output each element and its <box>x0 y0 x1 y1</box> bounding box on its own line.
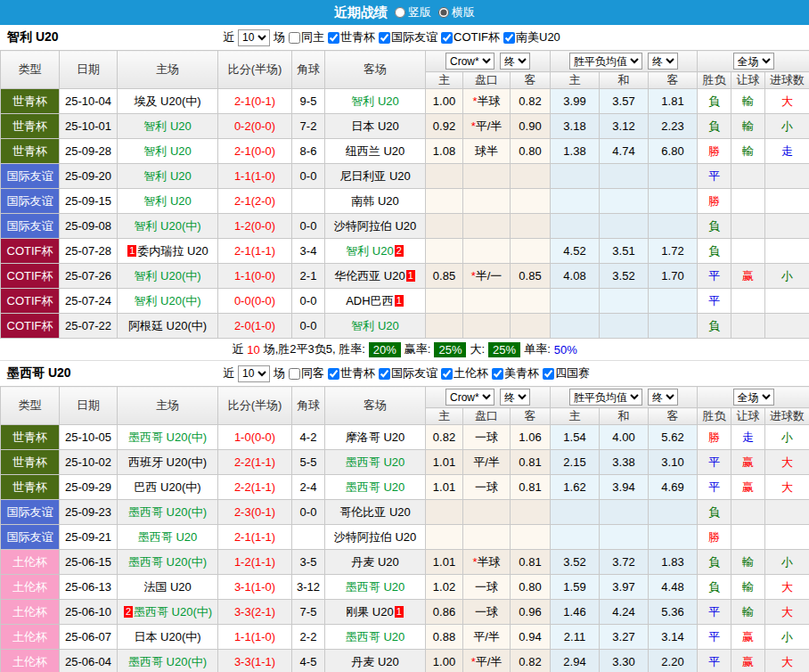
home-team-cell[interactable]: 1委内瑞拉 U20 <box>118 239 218 264</box>
away-team-cell[interactable]: 尼日利亚 U20 <box>325 164 426 189</box>
handicap-result-cell <box>731 314 765 339</box>
layout-radio-horizontal[interactable]: 横版 <box>438 4 475 20</box>
away-team-cell[interactable]: 日本 U20 <box>325 114 426 139</box>
home-team-cell[interactable]: 智利 U20 <box>118 114 218 139</box>
mean-away-cell: 3.10 <box>649 450 698 475</box>
mean-select[interactable]: 胜平负均值 <box>569 389 642 406</box>
competition-filter[interactable]: 美青杯 <box>492 365 539 381</box>
away-team-cell[interactable]: 沙特阿拉伯 U20 <box>325 525 426 550</box>
match-count-select[interactable]: 10 <box>238 365 270 382</box>
competition-checkbox[interactable] <box>441 368 453 380</box>
home-team-cell[interactable]: 墨西哥 U20(中) <box>118 550 218 575</box>
goals-result-cell <box>765 239 809 264</box>
home-team-cell[interactable]: 西班牙 U20(中) <box>118 450 218 475</box>
home-team-cell[interactable]: 智利 U20 <box>118 164 218 189</box>
away-team-name: 摩洛哥 U20 <box>346 430 404 444</box>
competition-filter[interactable]: 国际友谊 <box>379 29 437 45</box>
away-team-cell[interactable]: 华伦西亚 U201 <box>325 264 426 289</box>
away-team-cell[interactable]: 纽西兰 U20 <box>325 139 426 164</box>
score-cell: 2-1(2-0) <box>218 189 292 214</box>
horizontal-radio[interactable] <box>438 7 449 18</box>
mean-group-header: 胜平负均值 终 <box>551 387 698 408</box>
away-team-cell[interactable]: 智利 U202 <box>325 239 426 264</box>
home-team-name: 巴西 U20(中) <box>134 480 200 494</box>
home-team-cell[interactable]: 日本 U20(中) <box>118 625 218 650</box>
away-team-cell[interactable]: 南韩 U20 <box>325 189 426 214</box>
away-team-cell[interactable]: 墨西哥 U20 <box>325 625 426 650</box>
home-team-cell[interactable]: 智利 U20 <box>118 139 218 164</box>
odds-home-cell <box>426 239 463 264</box>
competition-filter[interactable]: 国际友谊 <box>379 365 437 381</box>
away-team-cell[interactable]: 摩洛哥 U20 <box>325 425 426 450</box>
mean-stage-select[interactable]: 终 <box>648 389 678 406</box>
competition-checkbox[interactable] <box>379 368 390 380</box>
matches-table-mexico: 类型 日期 主场 比分(半场) 角球 客场 Crow* 终 胜平负均值 终 <box>0 386 809 672</box>
away-team-cell[interactable]: 智利 U20 <box>325 314 426 339</box>
home-team-cell[interactable]: 智利 U20(中) <box>118 214 218 239</box>
date-cell: 25-09-21 <box>60 525 118 550</box>
home-team-cell[interactable]: 智利 U20 <box>118 189 218 214</box>
competition-filter[interactable]: 南美U20 <box>503 29 560 45</box>
home-team-cell[interactable]: 法国 U20 <box>118 575 218 600</box>
competition-checkbox[interactable] <box>503 32 515 44</box>
home-team-cell[interactable]: 智利 U20(中) <box>118 289 218 314</box>
competition-filter[interactable]: 世青杯 <box>328 29 375 45</box>
sub-goals: 进球数 <box>765 72 809 89</box>
away-team-cell[interactable]: 刚果 U201 <box>325 600 426 625</box>
home-team-cell[interactable]: 墨西哥 U20 <box>118 525 218 550</box>
competition-filter[interactable]: COTIF杯 <box>441 29 500 45</box>
scope-select[interactable]: 全场 <box>733 53 774 70</box>
away-team-cell[interactable]: 丹麦 U20 <box>325 550 426 575</box>
odds-away-cell: 0.81 <box>511 450 551 475</box>
competition-checkbox[interactable] <box>543 368 554 380</box>
competition-filter[interactable]: 四国赛 <box>543 365 590 381</box>
mean-draw-cell <box>600 500 649 525</box>
competition-filter[interactable]: 世青杯 <box>328 365 375 381</box>
home-team-cell[interactable]: 墨西哥 U20(中) <box>118 500 218 525</box>
home-team-cell[interactable]: 阿根廷 U20(中) <box>118 314 218 339</box>
scope-select[interactable]: 全场 <box>733 389 774 406</box>
vertical-radio[interactable] <box>395 7 405 18</box>
away-team-cell[interactable]: 丹麦 U20 <box>325 650 426 672</box>
away-team-cell[interactable]: 墨西哥 U20 <box>325 475 426 500</box>
competition-checkbox[interactable] <box>328 368 339 380</box>
away-team-cell[interactable]: 沙特阿拉伯 U20 <box>325 214 426 239</box>
away-team-name: 南韩 U20 <box>351 194 398 208</box>
away-team-cell[interactable]: ADH巴西1 <box>325 289 426 314</box>
same-venue-filter[interactable]: 同主 <box>289 29 324 45</box>
mean-stage-select[interactable]: 终 <box>648 53 678 70</box>
sub-goals: 进球数 <box>765 408 809 425</box>
home-team-cell[interactable]: 埃及 U20(中) <box>118 89 218 114</box>
competition-checkbox[interactable] <box>328 32 339 44</box>
home-team-cell[interactable]: 2墨西哥 U20(中) <box>118 600 218 625</box>
layout-radio-vertical[interactable]: 竖版 <box>395 4 431 20</box>
bookmaker-select[interactable]: Crow* <box>445 53 494 70</box>
odds-stage-select[interactable]: 终 <box>500 53 530 70</box>
same-venue-filter[interactable]: 同客 <box>289 365 324 381</box>
home-team-cell[interactable]: 墨西哥 U20(中) <box>118 650 218 672</box>
away-team-cell[interactable]: 哥伦比亚 U20 <box>325 500 426 525</box>
odds-away-cell <box>511 189 551 214</box>
competition-checkbox[interactable] <box>441 32 453 44</box>
mean-select[interactable]: 胜平负均值 <box>569 53 642 70</box>
same-venue-checkbox[interactable] <box>289 368 300 380</box>
competition-checkbox[interactable] <box>379 32 390 44</box>
away-team-cell[interactable]: 墨西哥 U20 <box>325 575 426 600</box>
home-team-cell[interactable]: 墨西哥 U20(中) <box>118 425 218 450</box>
corner-cell: 4-2 <box>292 425 325 450</box>
competition-filter[interactable]: 土伦杯 <box>441 365 488 381</box>
away-team-cell[interactable]: 墨西哥 U20 <box>325 450 426 475</box>
home-team-cell[interactable]: 智利 U20(中) <box>118 264 218 289</box>
bookmaker-select[interactable]: Crow* <box>445 389 494 406</box>
same-venue-checkbox[interactable] <box>289 32 300 44</box>
odds-home-cell: 1.02 <box>426 575 463 600</box>
away-team-name: 尼日利亚 U20 <box>339 169 410 183</box>
odds-stage-select[interactable]: 终 <box>500 389 530 406</box>
mean-away-cell: 5.62 <box>649 425 698 450</box>
match-count-select[interactable]: 10 <box>238 29 270 46</box>
away-team-cell[interactable]: 智利 U20 <box>325 89 426 114</box>
mean-home-cell: 1.38 <box>551 139 600 164</box>
corner-cell: 3-12 <box>292 575 325 600</box>
home-team-cell[interactable]: 巴西 U20(中) <box>118 475 218 500</box>
competition-checkbox[interactable] <box>492 368 503 380</box>
